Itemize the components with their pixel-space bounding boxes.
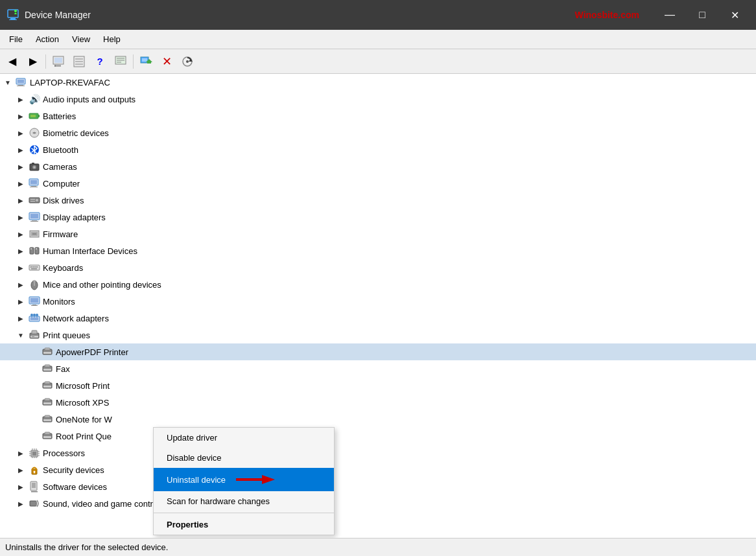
tree-item-ms-print[interactable]: ▶ Microsoft Print	[0, 377, 756, 394]
context-disable-device[interactable]: Disable device	[154, 448, 334, 468]
tree-item-processors[interactable]: ▶ Proces	[0, 445, 756, 461]
tree-item-onenote[interactable]: ▶ OneNote for W	[0, 411, 756, 428]
svg-rect-7	[56, 65, 61, 67]
biometric-toggle[interactable]: ▶	[16, 128, 26, 138]
forward-button[interactable]: ▶	[23, 52, 43, 71]
tree-item-network[interactable]: ▶ Network adapters	[0, 310, 756, 327]
bluetooth-toggle[interactable]: ▶	[16, 145, 26, 155]
context-scan-changes[interactable]: Scan for hardware changes	[154, 491, 334, 511]
tree-item-monitors[interactable]: ▶ Monitors	[0, 293, 756, 310]
mice-icon	[28, 278, 41, 291]
svg-rect-81	[45, 348, 50, 350]
computer-toggle[interactable]: ▶	[16, 178, 26, 189]
close-button[interactable]: ✕	[720, 0, 750, 30]
tree-item-batteries[interactable]: ▶ Batteries	[0, 108, 756, 124]
title-bar-right: Winosbite.com — □ ✕	[575, 0, 750, 30]
maximize-button[interactable]: □	[687, 0, 717, 30]
context-sep	[154, 513, 334, 513]
batteries-label: Batteries	[43, 111, 76, 121]
back-button[interactable]: ◀	[3, 52, 22, 71]
tree-item-keyboards[interactable]: ▶ Keyboards	[0, 259, 756, 276]
security-toggle[interactable]: ▶	[16, 465, 26, 475]
security-label: Security devices	[43, 465, 104, 475]
tree-item-computer[interactable]: ▶ Computer	[0, 175, 756, 192]
tree-item-software[interactable]: ▶ Software devices	[0, 478, 756, 495]
svg-point-72	[36, 314, 38, 316]
tree-item-root-print[interactable]: ▶ Root Print Que	[0, 428, 756, 445]
tree-item-ms-xps[interactable]: ▶ Microsoft XPS	[0, 394, 756, 411]
mice-toggle[interactable]: ▶	[16, 279, 26, 290]
network-label: Network adapters	[43, 314, 109, 323]
processors-label: Processors	[43, 448, 85, 458]
tree-item-bluetooth[interactable]: ▶ Bluetooth	[0, 141, 756, 158]
cameras-toggle[interactable]: ▶	[16, 161, 26, 172]
batteries-toggle[interactable]: ▶	[16, 111, 26, 121]
svg-rect-54	[36, 248, 37, 249]
tree-item-mice[interactable]: ▶ Mice and other pointing devices	[0, 276, 756, 293]
device-list-button[interactable]	[69, 52, 89, 71]
title-bar: Device Manager Winosbite.com — □ ✕	[0, 0, 756, 30]
svg-rect-67	[31, 305, 38, 306]
apowerpdf-icon	[41, 345, 54, 358]
uninstall-button[interactable]: ✕	[157, 52, 176, 71]
tree-item-biometric[interactable]: ▶ Biometric devices	[0, 124, 756, 141]
disk-toggle[interactable]: ▶	[16, 195, 26, 205]
svg-rect-69	[30, 318, 38, 320]
software-toggle[interactable]: ▶	[16, 481, 26, 492]
tree-item-audio[interactable]: ▶ 🔊 Audio inputs and outputs	[0, 91, 756, 108]
root-print-label: Root Print Que	[56, 432, 112, 441]
firmware-label: Firmware	[43, 229, 78, 239]
tree-item-print-queues[interactable]: ▼ Print queues	[0, 327, 756, 343]
svg-point-3	[14, 10, 17, 12]
minimize-button[interactable]: —	[655, 0, 685, 30]
svg-rect-1	[10, 18, 16, 19]
keyboards-toggle[interactable]: ▶	[16, 262, 26, 273]
device-tree[interactable]: ▼ LAPTOP-RKEVAFAC ▶ 🔊 Audio inputs and o…	[0, 74, 756, 538]
tree-item-cameras[interactable]: ▶ Cameras	[0, 158, 756, 175]
tree-item-apowerpdf[interactable]: ▶ ApowerPDF Printer	[0, 343, 756, 360]
context-update-driver[interactable]: Update driver	[154, 428, 334, 448]
tree-item-display[interactable]: ▶ Display adapters	[0, 209, 756, 226]
tree-item-sound[interactable]: ▶ Sound, video and game controllers	[0, 495, 756, 512]
help-button[interactable]: ?	[90, 52, 110, 71]
network-toggle[interactable]: ▶	[16, 313, 26, 323]
brand-label: Winosbite.com	[575, 10, 639, 20]
tree-item-firmware[interactable]: ▶ Firmware	[0, 226, 756, 242]
svg-rect-42	[30, 199, 35, 200]
main-content: ▼ LAPTOP-RKEVAFAC ▶ 🔊 Audio inputs and o…	[0, 74, 756, 538]
svg-rect-99	[32, 452, 36, 456]
tree-item-hid[interactable]: ▶ Human Interface Devices	[0, 242, 756, 259]
tree-item-security[interactable]: ▶ Security devices	[0, 461, 756, 478]
processors-toggle[interactable]: ▶	[16, 448, 26, 458]
svg-rect-87	[45, 382, 50, 384]
monitors-toggle[interactable]: ▶	[16, 296, 26, 307]
tree-item-disk[interactable]: ▶ Disk drives	[0, 192, 756, 209]
svg-rect-84	[45, 365, 50, 367]
hid-toggle[interactable]: ▶	[16, 246, 26, 256]
audio-toggle[interactable]: ▶	[16, 94, 26, 104]
svg-rect-17	[142, 58, 147, 62]
menu-action[interactable]: Action	[29, 32, 65, 47]
firmware-toggle[interactable]: ▶	[16, 229, 26, 239]
tree-item-fax[interactable]: ▶ Fax	[0, 360, 756, 377]
resources-button[interactable]	[111, 52, 130, 71]
monitors-icon	[28, 295, 41, 308]
menu-view[interactable]: View	[65, 32, 97, 47]
security-icon	[28, 463, 41, 476]
menu-help[interactable]: Help	[97, 32, 127, 47]
menu-file[interactable]: File	[3, 32, 29, 47]
print-queues-toggle[interactable]: ▼	[16, 330, 26, 340]
firmware-icon	[28, 227, 41, 240]
display-toggle[interactable]: ▶	[16, 212, 26, 222]
sound-toggle[interactable]: ▶	[16, 498, 26, 509]
context-properties[interactable]: Properties	[154, 515, 334, 535]
disk-label: Disk drives	[43, 196, 84, 205]
tree-root[interactable]: ▼ LAPTOP-RKEVAFAC	[0, 74, 756, 91]
svg-rect-43	[30, 201, 35, 202]
root-toggle[interactable]: ▼	[3, 77, 13, 87]
ms-xps-label: Microsoft XPS	[56, 398, 109, 408]
scan-changes-button[interactable]	[178, 52, 197, 71]
properties-button[interactable]	[49, 52, 68, 71]
update-driver-button[interactable]	[136, 52, 156, 71]
context-uninstall-device[interactable]: Uninstall device	[154, 468, 334, 491]
